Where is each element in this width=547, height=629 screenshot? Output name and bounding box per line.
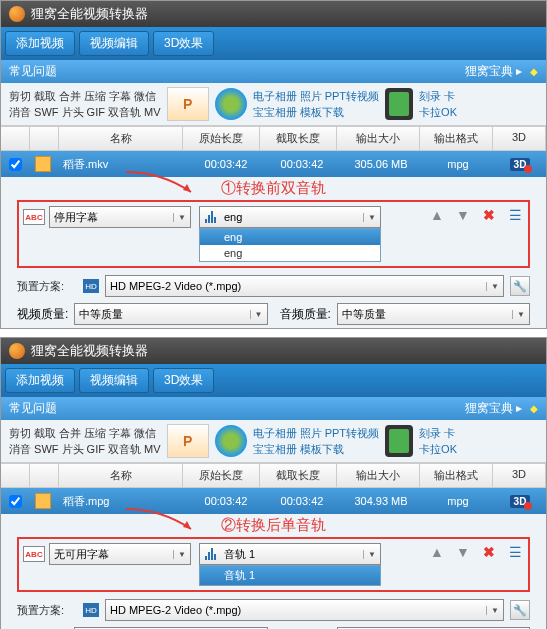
app-title: 狸窝全能视频转换器	[31, 342, 148, 360]
preset-value: HD MPEG-2 Video (*.mpg)	[106, 604, 486, 616]
audio-option[interactable]: eng	[200, 245, 380, 261]
delete-button[interactable]: ✖	[480, 206, 498, 224]
out-format: mpg	[422, 495, 494, 507]
out-size: 305.06 MB	[340, 158, 422, 170]
add-video-button[interactable]: 添加视频	[5, 31, 75, 56]
audio-dropdown[interactable]: eng eng	[199, 228, 381, 262]
table-header: 名称 原始长度 截取长度 输出大小 输出格式 3D	[1, 126, 546, 151]
disc-icon	[215, 425, 247, 457]
audio-option[interactable]: eng	[200, 229, 380, 245]
preset-label: 预置方案:	[17, 279, 77, 294]
audio-dropdown[interactable]: 音轨 1	[199, 565, 381, 586]
feature-links-b[interactable]: 电子相册 照片 PPT转视频 宝宝相册 模板下载	[253, 425, 380, 458]
faq-bar: 常见问题 狸窝宝典 ▸ ◆	[1, 397, 546, 420]
feature-links-c[interactable]: 刻录 卡 卡拉OK	[419, 425, 457, 458]
col-name[interactable]: 名称	[59, 127, 183, 150]
highlight-box-2: ABC 无可用字幕 ▼ 音轨 1 ▼ 音轨 1 ▲ ▼ ✖	[17, 537, 530, 592]
move-down-button[interactable]: ▼	[454, 206, 472, 224]
delete-button[interactable]: ✖	[480, 543, 498, 561]
feature-links-c[interactable]: 刻录 卡 卡拉OK	[419, 88, 457, 121]
3d-badge[interactable]: 3D	[510, 158, 531, 171]
move-up-button[interactable]: ▲	[428, 206, 446, 224]
out-format: mpg	[422, 158, 494, 170]
chevron-down-icon: ▼	[363, 213, 380, 222]
row-checkbox[interactable]	[9, 495, 22, 508]
col-fmt[interactable]: 输出格式	[420, 127, 493, 150]
col-orig[interactable]: 原始长度	[183, 464, 260, 487]
col-out[interactable]: 输出大小	[337, 464, 420, 487]
subtitle-value: 停用字幕	[50, 210, 173, 225]
more-button[interactable]: ☰	[506, 206, 524, 224]
preset-row: 预置方案: HD HD MPEG-2 Video (*.mpg) ▼ 🔧	[1, 272, 546, 300]
audio-bars-icon	[200, 211, 220, 223]
table-row[interactable]: 稻香.mpg 00:03:42 00:03:42 304.93 MB mpg 3…	[1, 488, 546, 514]
annotation-1: ①转换前双音轨	[1, 177, 546, 200]
col-fmt[interactable]: 输出格式	[420, 464, 493, 487]
move-up-button[interactable]: ▲	[428, 543, 446, 561]
audio-quality-combo[interactable]: 中等质量 ▼	[337, 303, 530, 325]
preset-settings-button[interactable]: 🔧	[510, 276, 530, 296]
more-button[interactable]: ☰	[506, 543, 524, 561]
faq-bar: 常见问题 狸窝宝典 ▸ ◆	[1, 60, 546, 83]
col-cut[interactable]: 截取长度	[260, 127, 337, 150]
ppt-icon: P	[167, 424, 209, 458]
preset-settings-button[interactable]: 🔧	[510, 600, 530, 620]
baodian-link[interactable]: 狸窝宝典 ▸	[465, 63, 522, 80]
audio-quality-value: 中等质量	[338, 307, 512, 322]
video-quality-combo[interactable]: 中等质量 ▼	[74, 303, 267, 325]
row-checkbox[interactable]	[9, 158, 22, 171]
chevron-down-icon: ▼	[486, 282, 503, 291]
feature-links-a[interactable]: 剪切 截取 合并 压缩 字幕 微信 消音 SWF 片头 GIF 双音轨 MV	[9, 88, 161, 121]
phone-icon	[385, 88, 413, 120]
audio-quality-label: 音频质量:	[280, 306, 331, 323]
col-3d[interactable]: 3D	[493, 127, 546, 150]
table-row[interactable]: 稻香.mkv 00:03:42 00:03:42 305.06 MB mpg 3…	[1, 151, 546, 177]
3d-badge[interactable]: 3D	[510, 495, 531, 508]
subtitle-icon: ABC	[23, 546, 45, 562]
app-logo-icon	[9, 343, 25, 359]
row-actions: ▲ ▼ ✖ ☰	[428, 543, 524, 561]
3d-effect-button[interactable]: 3D效果	[153, 368, 214, 393]
add-video-button[interactable]: 添加视频	[5, 368, 75, 393]
subtitle-combo[interactable]: 无可用字幕 ▼	[49, 543, 191, 565]
preset-icon: HD	[83, 603, 99, 617]
main-toolbar: 添加视频 视频编辑 3D效果	[1, 27, 546, 60]
edit-video-button[interactable]: 视频编辑	[79, 368, 149, 393]
faq-label[interactable]: 常见问题	[9, 400, 57, 417]
chevron-down-icon: ▼	[363, 550, 380, 559]
disc-icon	[215, 88, 247, 120]
subtitle-value: 无可用字幕	[50, 547, 173, 562]
audio-track-combo[interactable]: eng ▼	[199, 206, 381, 228]
app-logo-icon	[9, 6, 25, 22]
subtitle-icon: ABC	[23, 209, 45, 225]
col-out[interactable]: 输出大小	[337, 127, 420, 150]
ppt-icon: P	[167, 87, 209, 121]
subtitle-combo[interactable]: 停用字幕 ▼	[49, 206, 191, 228]
edit-video-button[interactable]: 视频编辑	[79, 31, 149, 56]
chevron-down-icon: ▼	[512, 310, 529, 319]
feature-links-b[interactable]: 电子相册 照片 PPT转视频 宝宝相册 模板下载	[253, 88, 380, 121]
col-3d[interactable]: 3D	[493, 464, 546, 487]
feature-links-a[interactable]: 剪切 截取 合并 压缩 字幕 微信 消音 SWF 片头 GIF 双音轨 MV	[9, 425, 161, 458]
video-quality-label: 视频质量:	[17, 306, 68, 323]
quality-row: 视频质量: 中等质量 ▼ 音频质量: 中等质量 ▼	[1, 624, 546, 629]
3d-effect-button[interactable]: 3D效果	[153, 31, 214, 56]
chevron-down-icon: ▼	[486, 606, 503, 615]
col-orig[interactable]: 原始长度	[183, 127, 260, 150]
audio-track-combo[interactable]: 音轨 1 ▼	[199, 543, 381, 565]
faq-label[interactable]: 常见问题	[9, 63, 57, 80]
file-name: 稻香.mkv	[57, 157, 188, 172]
audio-bars-icon	[200, 548, 220, 560]
col-cut[interactable]: 截取长度	[260, 464, 337, 487]
chevron-down-icon: ▼	[173, 550, 190, 559]
links-bar: 剪切 截取 合并 压缩 字幕 微信 消音 SWF 片头 GIF 双音轨 MV P…	[1, 420, 546, 463]
audio-option[interactable]: 音轨 1	[200, 566, 380, 585]
col-name[interactable]: 名称	[59, 464, 183, 487]
titlebar: 狸窝全能视频转换器	[1, 1, 546, 27]
move-down-button[interactable]: ▼	[454, 543, 472, 561]
file-name: 稻香.mpg	[57, 494, 188, 509]
baodian-link[interactable]: 狸窝宝典 ▸	[465, 400, 522, 417]
video-quality-value: 中等质量	[75, 307, 249, 322]
preset-combo[interactable]: HD MPEG-2 Video (*.mpg) ▼	[105, 275, 504, 297]
preset-combo[interactable]: HD MPEG-2 Video (*.mpg) ▼	[105, 599, 504, 621]
